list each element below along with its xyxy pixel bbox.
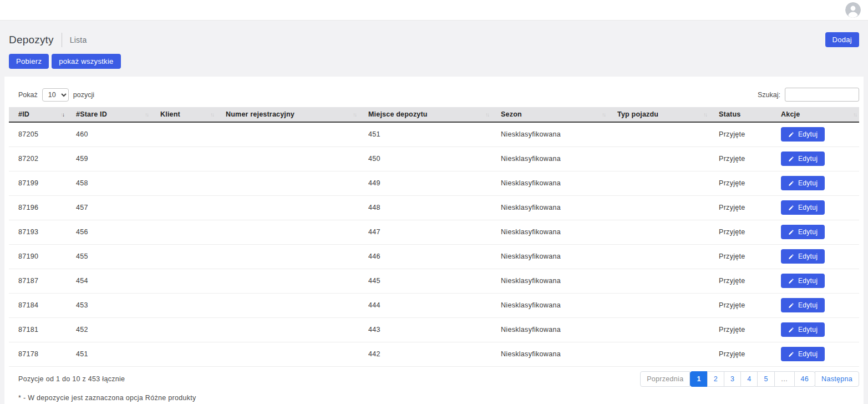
edit-button[interactable]: Edytuj <box>781 200 825 215</box>
column-header-label: Status <box>719 110 740 118</box>
pagination-page[interactable]: 46 <box>794 371 816 387</box>
sort-icon: ↑↓ <box>145 112 148 118</box>
add-button[interactable]: Dodaj <box>825 32 859 47</box>
search-input[interactable] <box>785 88 859 102</box>
cell-client <box>151 269 216 293</box>
cell-vehicle-type <box>608 195 709 220</box>
search-label: Szukaj: <box>758 91 780 99</box>
cell-reg-number <box>216 171 359 195</box>
column-header-numer-rejestracyjny[interactable]: Numer rejestracyjny ↑↓ <box>216 107 359 122</box>
edit-button[interactable]: Edytuj <box>781 225 825 239</box>
column-header-miejsce-depozytu[interactable]: Miejsce depozytu ↑↓ <box>359 107 491 122</box>
pencil-icon <box>788 278 794 284</box>
edit-button[interactable]: Edytuj <box>781 176 825 190</box>
cell-actions: Edytuj <box>771 122 859 147</box>
table-footer: Pozycje od 1 do 10 z 453 łącznie Poprzed… <box>9 367 859 387</box>
edit-button-label: Edytuj <box>798 326 818 334</box>
cell-id: 87196 <box>9 195 67 220</box>
cell-status: Przyjęte <box>709 293 771 317</box>
cell-season: Niesklasyfikowana <box>491 171 608 195</box>
column-header-id[interactable]: #ID ↑↓ <box>9 107 67 122</box>
show-all-button[interactable]: pokaż wszystkie <box>52 54 120 69</box>
pagination-page[interactable]: 4 <box>740 371 758 387</box>
cell-status: Przyjęte <box>709 269 771 293</box>
cell-id: 87199 <box>9 171 67 195</box>
edit-button[interactable]: Edytuj <box>781 127 825 142</box>
cell-place: 442 <box>359 342 491 366</box>
sort-icon: ↑↓ <box>210 112 214 118</box>
cell-season: Niesklasyfikowana <box>491 342 608 366</box>
edit-button[interactable]: Edytuj <box>781 298 825 312</box>
pagination-next[interactable]: Następna <box>815 371 859 387</box>
show-label: Pokaż <box>18 91 38 99</box>
edit-button[interactable]: Edytuj <box>781 152 825 166</box>
toolbar: Pobierz pokaż wszystkie <box>0 47 868 77</box>
cell-old-id: 458 <box>67 171 151 195</box>
cell-place: 448 <box>359 195 491 220</box>
entries-label: pozycji <box>73 91 94 99</box>
column-header-label: Akcje <box>781 110 800 118</box>
column-header-stare-id[interactable]: #Stare ID ↑↓ <box>67 107 151 122</box>
edit-button-label: Edytuj <box>798 155 818 163</box>
cell-reg-number <box>216 244 359 269</box>
pencil-icon <box>788 351 794 357</box>
cell-id: 87193 <box>9 220 67 244</box>
cell-season: Niesklasyfikowana <box>491 147 608 171</box>
cell-season: Niesklasyfikowana <box>491 122 608 147</box>
cell-id: 87205 <box>9 122 67 147</box>
cell-old-id: 455 <box>67 244 151 269</box>
sort-icon: ↑↓ <box>703 112 707 118</box>
pagination-page[interactable]: 2 <box>707 371 724 387</box>
cell-id: 87187 <box>9 269 67 293</box>
pagination-page[interactable]: 5 <box>757 371 774 387</box>
pagination-previous[interactable]: Poprzednia <box>640 371 690 387</box>
cell-vehicle-type <box>608 342 709 366</box>
cell-reg-number <box>216 342 359 366</box>
column-header-sezon[interactable]: Sezon ↑↓ <box>491 107 608 122</box>
download-button[interactable]: Pobierz <box>9 54 49 69</box>
edit-button[interactable]: Edytuj <box>781 322 825 337</box>
pagination: Poprzednia 12345…46 Następna <box>640 371 859 387</box>
cell-vehicle-type <box>608 293 709 317</box>
pencil-icon <box>788 327 794 333</box>
edit-button-label: Edytuj <box>798 277 818 285</box>
pagination-page[interactable]: 3 <box>724 371 741 387</box>
pencil-icon <box>788 156 794 162</box>
page-size-select[interactable]: 10 <box>42 88 69 102</box>
cell-client <box>151 220 216 244</box>
cell-reg-number <box>216 317 359 342</box>
user-avatar-icon[interactable] <box>845 2 861 18</box>
edit-button[interactable]: Edytuj <box>781 274 825 288</box>
sort-icon: ↑↓ <box>853 112 856 118</box>
cell-vehicle-type <box>608 147 709 171</box>
cell-place: 447 <box>359 220 491 244</box>
column-header-status[interactable]: Status ↑↓ <box>709 107 771 122</box>
column-header-klient[interactable]: Klient ↑↓ <box>151 107 216 122</box>
edit-button-label: Edytuj <box>798 350 818 358</box>
table-controls: Pokaż 10 pozycji Szukaj: <box>9 88 859 102</box>
edit-button[interactable]: Edytuj <box>781 249 825 264</box>
cell-old-id: 457 <box>67 195 151 220</box>
column-header-label: #Stare ID <box>76 110 107 118</box>
cell-season: Niesklasyfikowana <box>491 317 608 342</box>
column-header-akcje[interactable]: Akcje ↑↓ <box>771 107 859 122</box>
column-header-typ-pojazdu[interactable]: Typ pojazdu ↑↓ <box>608 107 709 122</box>
pagination-page[interactable]: 1 <box>690 371 707 387</box>
edit-button-label: Edytuj <box>798 252 818 260</box>
table-row: 87184 453 444 Niesklasyfikowana Przyjęte… <box>9 293 859 317</box>
cell-place: 450 <box>359 147 491 171</box>
cell-season: Niesklasyfikowana <box>491 269 608 293</box>
cell-old-id: 460 <box>67 122 151 147</box>
table-row: 87190 455 446 Niesklasyfikowana Przyjęte… <box>9 244 859 269</box>
edit-button-label: Edytuj <box>798 130 818 138</box>
cell-season: Niesklasyfikowana <box>491 220 608 244</box>
table-row: 87199 458 449 Niesklasyfikowana Przyjęte… <box>9 171 859 195</box>
cell-place: 445 <box>359 269 491 293</box>
table-row: 87193 456 447 Niesklasyfikowana Przyjęte… <box>9 220 859 244</box>
footnote: * - W depozycie jest zaznaczona opcja Ró… <box>18 394 859 402</box>
topbar <box>0 0 868 21</box>
table-row: 87196 457 448 Niesklasyfikowana Przyjęte… <box>9 195 859 220</box>
edit-button[interactable]: Edytuj <box>781 347 825 361</box>
table-row: 87205 460 451 Niesklasyfikowana Przyjęte… <box>9 122 859 147</box>
cell-actions: Edytuj <box>771 293 859 317</box>
